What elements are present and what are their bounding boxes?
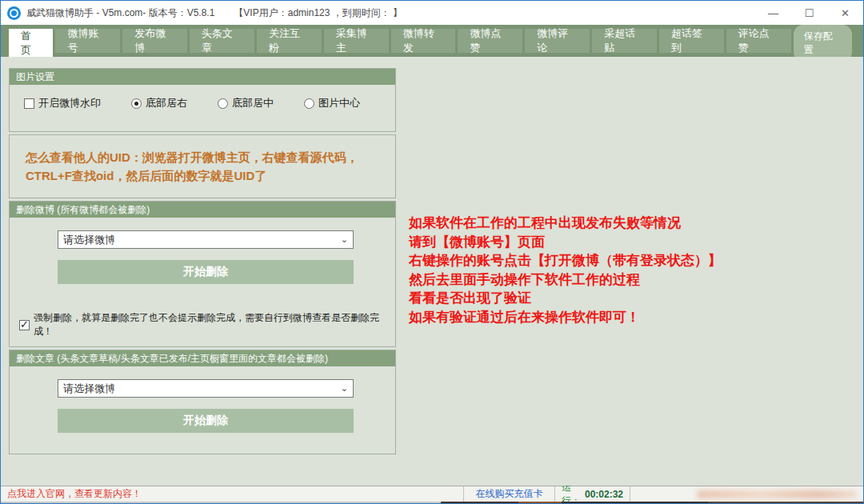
tab-评论点赞[interactable]: 评论点赞 (726, 29, 791, 53)
close-button[interactable]: ✕ (827, 1, 863, 25)
delete-article-select[interactable]: 请选择微博 ⌄ (58, 379, 354, 398)
delete-article-header: 删除文章 (头条文章草稿/头条文章已发布/主页橱窗里面的文章都会被删除) (10, 350, 395, 366)
delete-weibo-select[interactable]: 请选择微博 ⌄ (58, 230, 354, 249)
radio-bottom-center-label: 底部居中 (232, 96, 274, 110)
run-timer: 运行： 00:02:32 (554, 486, 630, 502)
delete-weibo-group: 删除微博 (所有微博都会被删除) 请选择微博 ⌄ 开始删除 强制删除，就算是删除… (9, 201, 396, 347)
tab-首页[interactable]: 首页 (9, 29, 53, 57)
save-config-button[interactable]: 保存配置 (794, 25, 852, 62)
status-bar: 点我进入官网，查看更新内容！ 在线购买充值卡 运行： 00:02:32 (1, 486, 863, 502)
uid-tip-box: 怎么查看他人的UID：浏览器打开微博主页，右键查看源代码， CTRL+F查找oi… (9, 134, 396, 198)
checkbox-checked-icon (19, 320, 30, 330)
tab-bar-tabs: 首页微博账号发布微博头条文章关注互粉采集博主微博转发微博点赞微博评论采超话贴超话… (9, 29, 791, 57)
app-logo-icon (7, 6, 21, 20)
app-window: 威武猫微博助手 - V5m.com- 版本号：V5.8.1 【VIP用户：adm… (0, 0, 864, 504)
delete-weibo-start-button[interactable]: 开始删除 (58, 260, 354, 284)
blurred-watermark (697, 490, 857, 498)
run-time-value: 00:02:32 (585, 489, 623, 500)
chevron-down-icon: ⌄ (341, 383, 348, 394)
delete-article-start-button[interactable]: 开始删除 (58, 409, 354, 433)
radio-icon (304, 98, 314, 109)
delete-article-group: 删除文章 (头条文章草稿/头条文章已发布/主页橱窗里面的文章都会被删除) 请选择… (9, 350, 396, 454)
image-settings-group: 图片设置 开启微博水印 底部居右 底部居中 (9, 68, 396, 132)
tab-bar: 首页微博账号发布微博头条文章关注互粉采集博主微博转发微博点赞微博评论采超话贴超话… (1, 25, 863, 57)
radio-bottom-right[interactable]: 底部居右 (131, 96, 187, 110)
delete-weibo-select-value: 请选择微博 (63, 233, 115, 247)
notice-line: 如果有验证通过后在来操作软件即可！ (409, 308, 722, 327)
tab-采集博主[interactable]: 采集博主 (324, 29, 389, 53)
tab-微博评论[interactable]: 微博评论 (525, 29, 590, 53)
image-settings-body: 开启微博水印 底部居右 底部居中 图片中心 (10, 85, 395, 131)
uid-tip-line1: 怎么查看他人的UID：浏览器打开微博主页，右键查看源代码， (26, 148, 386, 166)
left-panel: 图片设置 开启微博水印 底部居右 底部居中 (9, 68, 396, 457)
notice-line: 如果软件在工作的工程中出现发布失败等情况 (409, 214, 722, 233)
watermark-checkbox-label: 开启微博水印 (38, 96, 101, 110)
official-site-link[interactable]: 点我进入官网，查看更新内容！ (1, 486, 463, 502)
radio-selected-icon (131, 98, 142, 109)
maximize-button[interactable]: ☐ (791, 1, 827, 25)
tab-发布微博[interactable]: 发布微博 (122, 29, 187, 53)
chevron-down-icon: ⌄ (341, 234, 348, 245)
image-settings-header: 图片设置 (10, 69, 395, 85)
notice-line: 请到【微博账号】页面 (409, 233, 722, 252)
radio-image-center[interactable]: 图片中心 (304, 96, 360, 110)
minimize-button[interactable]: — (755, 1, 791, 25)
tab-微博转发[interactable]: 微博转发 (391, 29, 456, 53)
main-content: 图片设置 开启微博水印 底部居右 底部居中 (1, 57, 863, 486)
delete-weibo-header: 删除微博 (所有微博都会被删除) (10, 202, 395, 218)
title-bar: 威武猫微博助手 - V5m.com- 版本号：V5.8.1 【VIP用户：adm… (1, 1, 863, 25)
buy-card-link[interactable]: 在线购买充值卡 (463, 486, 554, 502)
radio-image-center-label: 图片中心 (318, 96, 360, 110)
force-delete-checkbox[interactable]: 强制删除，就算是删除完了也不会提示删除完成，需要自行到微博查看是否删除完成！ (19, 311, 395, 338)
tab-微博点赞[interactable]: 微博点赞 (458, 29, 522, 53)
tab-采超话贴[interactable]: 采超话贴 (592, 29, 657, 53)
watermark-checkbox[interactable]: 开启微博水印 (24, 96, 101, 110)
radio-icon (218, 98, 228, 109)
tab-超话签到[interactable]: 超话签到 (659, 29, 724, 53)
checkbox-unchecked-icon (24, 98, 34, 109)
force-delete-label: 强制删除，就算是删除完了也不会提示删除完成，需要自行到微博查看是否删除完成！ (34, 311, 395, 338)
window-controls: — ☐ ✕ (755, 1, 863, 25)
failure-notice-text: 如果软件在工作的工程中出现发布失败等情况请到【微博账号】页面右键操作的账号点击【… (409, 214, 722, 326)
tab-头条文章[interactable]: 头条文章 (190, 29, 254, 53)
notice-line: 看看是否出现了验证 (409, 289, 722, 308)
notice-line: 右键操作的账号点击【打开微博（带有登录状态）】 (409, 251, 722, 270)
tab-关注互粉[interactable]: 关注互粉 (257, 29, 322, 53)
uid-tip-text: 怎么查看他人的UID：浏览器打开微博主页，右键查看源代码， CTRL+F查找oi… (26, 148, 386, 186)
status-bar-right (630, 486, 863, 502)
desktop-edge (1, 502, 863, 503)
window-title: 威武猫微博助手 - V5m.com- 版本号：V5.8.1 【VIP用户：adm… (26, 6, 402, 20)
radio-bottom-center[interactable]: 底部居中 (218, 96, 274, 110)
delete-article-select-value: 请选择微博 (63, 382, 115, 396)
tab-微博账号[interactable]: 微博账号 (55, 29, 120, 53)
radio-bottom-right-label: 底部居右 (146, 96, 187, 110)
notice-line: 然后去里面手动操作下软件工作的过程 (409, 270, 722, 290)
uid-tip-line2: CTRL+F查找oid，然后后面的数字就是UID了 (26, 166, 386, 185)
